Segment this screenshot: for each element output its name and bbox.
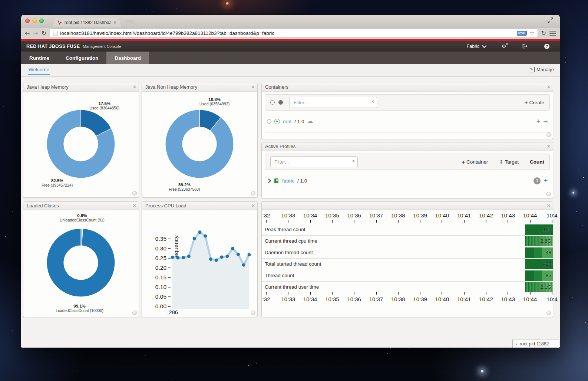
widget-java-heap-memory: Java Heap Memory 17.5%Used (83644856)82.… [23, 83, 139, 198]
open-container-icon[interactable] [543, 118, 548, 124]
time-axis-label: 10:36 [347, 296, 361, 302]
bookmark-star-icon[interactable]: ☆ [529, 30, 534, 36]
jvm-status-text: root pid:11882 [520, 341, 549, 346]
manage-button[interactable]: Manage [529, 67, 554, 72]
thread-metric-row[interactable]: Thread count85 [262, 270, 553, 281]
svg-text:Free (393457224): Free (393457224) [42, 183, 73, 187]
count-column-header: Count [530, 159, 544, 165]
svg-text:10.8%: 10.8% [208, 97, 221, 102]
expand-chevron-icon[interactable] [266, 178, 271, 183]
tab-welcome[interactable]: Welcome [29, 67, 49, 72]
resize-handle[interactable] [546, 132, 551, 137]
widget-title: Process CPU Load [145, 203, 186, 208]
profiles-filter-input[interactable] [270, 156, 358, 167]
sync-icon[interactable]: ↻ [541, 30, 546, 36]
resize-handle[interactable] [132, 311, 137, 315]
bright-star [572, 191, 575, 194]
resize-handle[interactable] [546, 192, 551, 196]
browser-menu-icon[interactable] [549, 31, 556, 36]
close-icon[interactable] [133, 203, 136, 208]
preferences-gears-icon[interactable]: ⚙⚙ [502, 44, 506, 49]
browser-tab[interactable]: root pid:11882 Dashboard × [52, 18, 122, 27]
svg-text:0.20: 0.20 [155, 265, 167, 271]
time-axis-label: 10:36 [347, 212, 361, 219]
profile-row-fabric[interactable]: fabric / 1.0 1 [267, 174, 548, 187]
containers-filter-input[interactable] [290, 97, 377, 108]
thread-metric-row[interactable]: Daemon thread count48 [262, 247, 553, 258]
profile-link[interactable]: fabric [282, 178, 294, 184]
create-container-button[interactable]: Create [525, 99, 544, 106]
containers-filter [290, 97, 377, 108]
close-icon[interactable] [547, 143, 550, 149]
close-icon[interactable] [547, 203, 550, 208]
svg-text:0.10: 0.10 [155, 284, 167, 290]
zoom-window-button[interactable] [39, 19, 44, 23]
container-version: / 1.0 [294, 119, 304, 124]
sort-target-button[interactable]: Target [499, 159, 519, 165]
axis-tick [530, 292, 531, 295]
svg-text:Used (63564992): Used (63564992) [199, 102, 229, 106]
clear-filter-icon[interactable] [352, 158, 355, 164]
status-stopped-icon[interactable] [270, 100, 275, 105]
new-tab-button[interactable] [123, 20, 135, 26]
profile-version: / 1.0 [297, 178, 307, 184]
forward-button[interactable]: → [33, 30, 38, 36]
logout-icon[interactable] [522, 44, 528, 49]
minimize-window-button[interactable] [32, 19, 37, 23]
time-axis-label: 10:39 [413, 296, 427, 302]
address-bar[interactable]: localhost:8181/hawtio/index.html#/dashbo… [50, 29, 538, 38]
close-icon[interactable] [252, 84, 255, 90]
tab-close-icon[interactable]: × [113, 20, 116, 25]
close-window-button[interactable] [25, 19, 30, 23]
jvm-status-bar[interactable]: root pid:11882 [512, 339, 559, 348]
add-profile-icon[interactable] [544, 177, 548, 184]
thread-metric-row[interactable]: Current thread cpu time2.8G [262, 235, 553, 247]
help-icon[interactable]: ? [544, 44, 549, 49]
back-button[interactable]: ← [25, 30, 30, 36]
tab-favicon-icon [57, 20, 62, 25]
nav-item-runtime[interactable]: Runtime [21, 52, 57, 64]
url-text[interactable]: localhost:8181/hawtio/index.html#/dashbo… [60, 30, 514, 36]
fullscreen-icon[interactable] [548, 17, 553, 23]
nav-item-dashboard[interactable]: Dashboard [106, 52, 149, 64]
close-icon[interactable] [547, 84, 550, 90]
resize-handle[interactable] [132, 191, 137, 196]
resize-handle[interactable] [546, 311, 551, 315]
add-container-button[interactable]: Container [462, 159, 488, 165]
axis-tick [266, 292, 267, 295]
close-icon[interactable] [133, 84, 136, 90]
reload-button[interactable]: ↻ [42, 30, 46, 36]
loaded-classes-donut-chart: 0.9%UnloadedClassCount (91)99.1%LoadedCl… [23, 210, 138, 316]
thread-metric-row[interactable]: Total started thread count420 [262, 258, 553, 270]
axis-tick [464, 292, 465, 295]
metric-label: Current thread cpu time [265, 236, 317, 247]
time-axis-label: 10:42 [479, 212, 493, 219]
container-label: Container [466, 159, 488, 165]
svg-text:UnloadedClassCount (91): UnloadedClassCount (91) [60, 218, 105, 222]
resize-handle[interactable] [251, 191, 255, 196]
target-label: Target [505, 159, 519, 165]
cloud-icon [307, 118, 313, 124]
widget-threads: :3210:3310:3410:3510:3610:3710:3810:3910… [261, 201, 553, 317]
thread-metric-row[interactable]: Peak thread count190 [262, 224, 553, 235]
close-icon[interactable] [252, 203, 255, 208]
container-row-root[interactable]: root / 1.0 [267, 115, 548, 128]
brand-subtitle: Management Console [83, 44, 121, 49]
add-icon[interactable] [536, 118, 540, 125]
nav-item-configuration[interactable]: Configuration [57, 52, 106, 64]
metric-value: 48 [546, 247, 551, 258]
profiles-toolbar: Container Target Count [265, 154, 550, 170]
container-link[interactable]: root [283, 119, 291, 124]
axis-tick [508, 292, 508, 295]
time-axis-label: 10:40 [435, 212, 449, 219]
widget-java-non-heap-memory: Java Non Heap Memory 10.8%Used (63564992… [142, 83, 258, 198]
container-select-circle[interactable] [267, 119, 271, 124]
svg-text:0.15: 0.15 [155, 274, 166, 280]
resize-handle[interactable] [251, 311, 255, 315]
sort-icon [499, 159, 503, 165]
clear-filter-icon[interactable] [371, 99, 374, 104]
browser-toolbar: ← → ↻ localhost:8181/hawtio/index.html#/… [21, 27, 560, 39]
axis-tick [442, 292, 442, 295]
perspective-dropdown[interactable]: Fabric [467, 44, 486, 49]
status-running-icon[interactable] [278, 100, 283, 105]
